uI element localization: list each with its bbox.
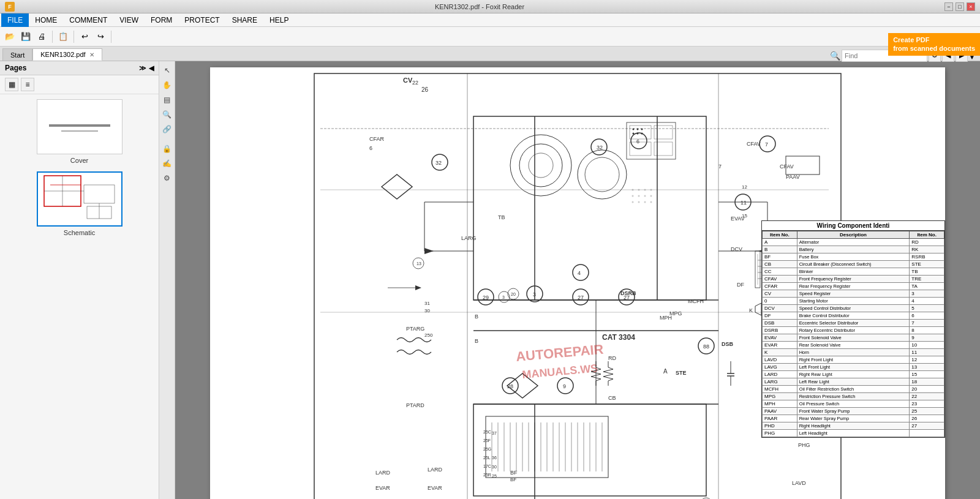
- table-cell-8-0: 0: [763, 298, 797, 305]
- sidebar-list-view[interactable]: ≡: [21, 78, 34, 91]
- menu-help[interactable]: HELP: [263, 13, 295, 27]
- menu-comment[interactable]: COMMENT: [63, 13, 113, 27]
- tab-pdf[interactable]: KENR1302.pdf ✕: [32, 48, 102, 61]
- menu-view[interactable]: VIEW: [113, 13, 145, 27]
- sidebar: Pages ≫ ◀ ▦ ≡ Cover: [0, 61, 159, 499]
- svg-text:DF: DF: [737, 282, 744, 288]
- menu-share[interactable]: SHARE: [226, 13, 263, 27]
- table-cell-25-1: Right Headlight: [797, 422, 910, 430]
- table-row: PHGLeft Headlight: [763, 430, 944, 437]
- table-row: CCBlinkerTB: [763, 268, 944, 276]
- svg-text:6: 6: [369, 145, 372, 151]
- minimize-button[interactable]: −: [944, 2, 953, 11]
- table-cell-22-1: Oil Pressure Switch: [797, 400, 910, 408]
- table-cell-15-1: Horn: [797, 349, 910, 356]
- table-cell-4-0: CC: [763, 268, 797, 276]
- table-cell-16-2: 12: [910, 356, 944, 364]
- table-cell-17-1: Left Front Light: [797, 364, 910, 371]
- svg-text:PTARD: PTARD: [406, 402, 424, 408]
- print-button[interactable]: 🖨: [34, 29, 49, 44]
- tab-start[interactable]: Start: [2, 48, 32, 61]
- component-data-table: Item No. Description Item No. AAlternato…: [762, 231, 944, 437]
- menu-bar: FILE HOME COMMENT VIEW FORM PROTECT SHAR…: [0, 13, 980, 27]
- sidebar-collapse-icon[interactable]: ◀: [149, 64, 154, 72]
- svg-text:7: 7: [718, 163, 722, 170]
- table-cell-18-2: 15: [910, 371, 944, 378]
- save-button[interactable]: 💾: [18, 29, 33, 44]
- table-cell-26-2: [910, 430, 944, 437]
- table-cell-12-0: DSRB: [763, 327, 797, 334]
- tool-zoom[interactable]: 🔍: [160, 108, 174, 121]
- tool-link[interactable]: 🔗: [160, 122, 174, 136]
- table-cell-0-1: Alternator: [797, 239, 910, 246]
- svg-text:LARG: LARG: [461, 235, 477, 241]
- table-cell-12-2: 8: [910, 327, 944, 334]
- table-cell-14-1: Rear Solenoid Valve: [797, 342, 910, 349]
- page-thumbnails: Cover Schemati: [0, 94, 159, 241]
- open-button[interactable]: 📂: [2, 29, 17, 44]
- table-row: PAAVFront Water Spray Pump25: [763, 408, 944, 415]
- table-header-desc: Description: [797, 231, 910, 239]
- svg-text:31: 31: [424, 301, 430, 306]
- table-cell-20-0: MCFH: [763, 386, 797, 393]
- pdf-content[interactable]: CV 26 CFAR 6 LARG EVAV LAVG DSRB DCV: [175, 61, 980, 499]
- svg-text:4: 4: [578, 270, 581, 276]
- svg-text:CAT 3304: CAT 3304: [602, 333, 635, 342]
- table-cell-5-1: Front Frequency Register: [797, 276, 910, 283]
- svg-point-179: [632, 195, 634, 197]
- page-thumb-cover[interactable]: Cover: [37, 99, 123, 164]
- menu-file[interactable]: FILE: [1, 13, 29, 27]
- table-cell-12-1: Rotary Eccentric Distributor: [797, 327, 910, 334]
- svg-text:12: 12: [742, 184, 747, 190]
- table-cell-19-2: 18: [910, 378, 944, 386]
- svg-rect-0: [38, 173, 121, 225]
- svg-text:CFAR: CFAR: [369, 136, 385, 142]
- table-cell-8-1: Starting Motor: [797, 298, 910, 305]
- table-cell-3-1: Circuit Breaker (Disconnect Switch): [797, 261, 910, 268]
- svg-text:PHG: PHG: [798, 442, 810, 448]
- tool-settings[interactable]: ⚙: [160, 171, 174, 185]
- menu-form[interactable]: FORM: [145, 13, 178, 27]
- table-row: BBatteryRK: [763, 246, 944, 253]
- table-cell-20-1: Oil Filter Restriction Switch: [797, 386, 910, 393]
- tool-lock[interactable]: 🔒: [160, 142, 174, 156]
- table-cell-24-1: Rear Water Spray Pump: [797, 415, 910, 422]
- redo-button[interactable]: ↪: [93, 29, 108, 44]
- svg-text:11: 11: [741, 200, 747, 206]
- svg-text:25: 25: [492, 474, 497, 478]
- svg-point-186: [650, 201, 652, 203]
- copy-button[interactable]: 📋: [56, 29, 70, 44]
- thumb-schematic-label: Schematic: [64, 229, 95, 236]
- table-row: DFBrake Control Distributor6: [763, 312, 944, 320]
- tool-signature[interactable]: ✍: [160, 157, 174, 170]
- undo-button[interactable]: ↩: [77, 29, 92, 44]
- tool-pointer[interactable]: ↖: [160, 64, 174, 77]
- sidebar-expand-icon[interactable]: ≫: [139, 64, 146, 72]
- menu-protect[interactable]: PROTECT: [178, 13, 225, 27]
- table-cell-2-1: Fuse Box: [797, 253, 910, 261]
- menu-home[interactable]: HOME: [29, 13, 63, 27]
- table-cell-6-2: TA: [910, 283, 944, 290]
- svg-text:17C: 17C: [483, 464, 491, 468]
- table-header-item2: Item No.: [910, 231, 944, 239]
- table-cell-1-2: RK: [910, 246, 944, 253]
- create-pdf-banner[interactable]: Create PDF from scanned documents: [888, 33, 980, 56]
- table-row: MPHOil Pressure Switch23: [763, 400, 944, 408]
- close-button[interactable]: ×: [967, 2, 975, 11]
- svg-point-176: [638, 189, 640, 191]
- svg-text:MCFH: MCFH: [688, 298, 704, 304]
- table-cell-14-2: 10: [910, 342, 944, 349]
- tool-hand[interactable]: ✋: [160, 78, 174, 92]
- maximize-button[interactable]: □: [956, 2, 964, 11]
- sidebar-thumb-view[interactable]: ▦: [5, 78, 18, 91]
- table-cell-19-1: Left Rear Light: [797, 378, 910, 386]
- table-cell-2-0: BF: [763, 253, 797, 261]
- left-tool-strip: ↖ ✋ ▤ 🔍 🔗 🔒 ✍ ⚙: [159, 61, 175, 499]
- svg-text:B: B: [475, 313, 478, 320]
- toolbar-separator-3: [111, 31, 111, 43]
- page-thumb-schematic[interactable]: Schematic: [37, 171, 123, 236]
- svg-text:27: 27: [624, 295, 630, 301]
- svg-text:25F: 25F: [483, 438, 491, 443]
- tool-select[interactable]: ▤: [160, 93, 174, 107]
- tab-pdf-close[interactable]: ✕: [89, 51, 94, 58]
